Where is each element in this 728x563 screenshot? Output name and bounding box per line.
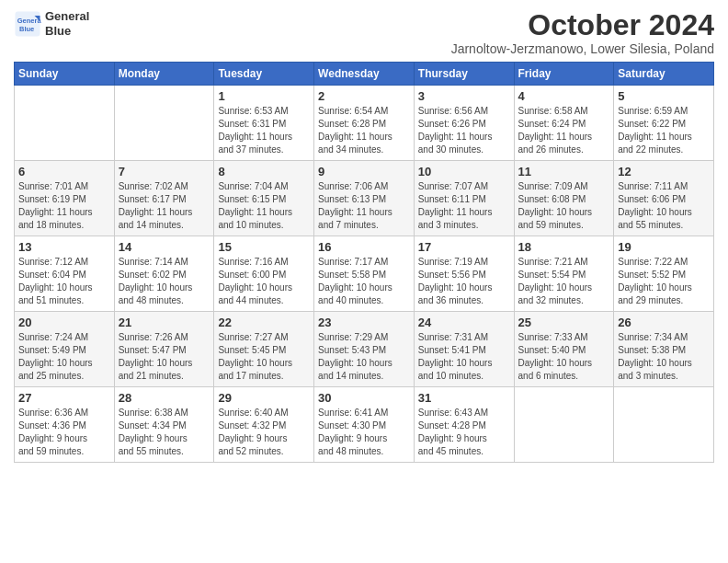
- day-info: Sunrise: 7:31 AM Sunset: 5:41 PM Dayligh…: [418, 331, 510, 383]
- calendar-cell: 24Sunrise: 7:31 AM Sunset: 5:41 PM Dayli…: [414, 312, 514, 387]
- calendar-cell: 7Sunrise: 7:02 AM Sunset: 6:17 PM Daylig…: [114, 161, 214, 236]
- calendar-cell: [114, 86, 214, 161]
- day-info: Sunrise: 6:53 AM Sunset: 6:31 PM Dayligh…: [218, 105, 310, 156]
- day-number: 31: [418, 391, 510, 405]
- day-info: Sunrise: 7:02 AM Sunset: 6:17 PM Dayligh…: [119, 180, 210, 232]
- day-number: 9: [318, 165, 410, 178]
- calendar-cell: 6Sunrise: 7:01 AM Sunset: 6:19 PM Daylig…: [15, 161, 115, 236]
- location: Jarnoltow-Jerzmanowo, Lower Silesia, Pol…: [451, 41, 714, 56]
- calendar-cell: 17Sunrise: 7:19 AM Sunset: 5:56 PM Dayli…: [414, 236, 514, 312]
- day-number: 22: [218, 316, 310, 329]
- calendar-cell: [614, 387, 714, 463]
- logo-text: General Blue: [45, 9, 89, 38]
- day-number: 30: [318, 391, 410, 405]
- day-number: 25: [518, 316, 610, 329]
- calendar-cell: 1Sunrise: 6:53 AM Sunset: 6:31 PM Daylig…: [214, 86, 314, 161]
- calendar-cell: 4Sunrise: 6:58 AM Sunset: 6:24 PM Daylig…: [514, 86, 614, 161]
- day-number: 24: [418, 316, 510, 329]
- logo: General Blue General Blue: [14, 9, 89, 38]
- calendar-cell: 2Sunrise: 6:54 AM Sunset: 6:28 PM Daylig…: [314, 86, 415, 161]
- day-info: Sunrise: 7:22 AM Sunset: 5:52 PM Dayligh…: [618, 256, 710, 307]
- calendar-cell: 28Sunrise: 6:38 AM Sunset: 4:34 PM Dayli…: [114, 387, 214, 463]
- day-info: Sunrise: 6:40 AM Sunset: 4:32 PM Dayligh…: [218, 407, 310, 458]
- calendar-week-row: 13Sunrise: 7:12 AM Sunset: 6:04 PM Dayli…: [15, 236, 714, 312]
- calendar-table: SundayMondayTuesdayWednesdayThursdayFrid…: [14, 62, 714, 463]
- calendar-cell: 13Sunrise: 7:12 AM Sunset: 6:04 PM Dayli…: [15, 236, 115, 312]
- calendar-cell: 9Sunrise: 7:06 AM Sunset: 6:13 PM Daylig…: [314, 161, 415, 236]
- title-block: October 2024 Jarnoltow-Jerzmanowo, Lower…: [451, 9, 714, 56]
- day-number: 2: [318, 89, 410, 103]
- day-number: 14: [119, 240, 210, 254]
- day-number: 11: [518, 165, 610, 178]
- day-number: 8: [218, 165, 310, 178]
- day-number: 21: [119, 316, 210, 329]
- day-number: 3: [418, 89, 510, 103]
- day-number: 19: [618, 240, 710, 254]
- day-number: 6: [18, 165, 110, 178]
- weekday-header-tuesday: Tuesday: [214, 63, 314, 86]
- calendar-cell: 8Sunrise: 7:04 AM Sunset: 6:15 PM Daylig…: [214, 161, 314, 236]
- day-info: Sunrise: 7:34 AM Sunset: 5:38 PM Dayligh…: [618, 331, 710, 383]
- calendar-cell: [15, 86, 115, 161]
- day-info: Sunrise: 7:06 AM Sunset: 6:13 PM Dayligh…: [318, 180, 410, 232]
- day-info: Sunrise: 6:41 AM Sunset: 4:30 PM Dayligh…: [318, 407, 410, 458]
- weekday-header-friday: Friday: [514, 63, 614, 86]
- calendar-cell: 18Sunrise: 7:21 AM Sunset: 5:54 PM Dayli…: [514, 236, 614, 312]
- day-info: Sunrise: 6:58 AM Sunset: 6:24 PM Dayligh…: [518, 105, 610, 156]
- day-info: Sunrise: 7:17 AM Sunset: 5:58 PM Dayligh…: [318, 256, 410, 307]
- day-info: Sunrise: 6:36 AM Sunset: 4:36 PM Dayligh…: [18, 407, 110, 458]
- day-number: 20: [18, 316, 110, 329]
- day-info: Sunrise: 7:09 AM Sunset: 6:08 PM Dayligh…: [518, 180, 610, 232]
- day-number: 5: [618, 89, 710, 103]
- calendar-cell: 11Sunrise: 7:09 AM Sunset: 6:08 PM Dayli…: [514, 161, 614, 236]
- calendar-week-row: 20Sunrise: 7:24 AM Sunset: 5:49 PM Dayli…: [15, 312, 714, 387]
- day-info: Sunrise: 7:24 AM Sunset: 5:49 PM Dayligh…: [18, 331, 110, 383]
- day-info: Sunrise: 7:21 AM Sunset: 5:54 PM Dayligh…: [518, 256, 610, 307]
- weekday-header-saturday: Saturday: [614, 63, 714, 86]
- day-info: Sunrise: 7:01 AM Sunset: 6:19 PM Dayligh…: [18, 180, 110, 232]
- day-info: Sunrise: 7:11 AM Sunset: 6:06 PM Dayligh…: [618, 180, 710, 232]
- day-number: 29: [218, 391, 310, 405]
- weekday-header-wednesday: Wednesday: [314, 63, 415, 86]
- day-number: 4: [518, 89, 610, 103]
- day-number: 12: [618, 165, 710, 178]
- calendar-cell: 23Sunrise: 7:29 AM Sunset: 5:43 PM Dayli…: [314, 312, 415, 387]
- calendar-cell: 31Sunrise: 6:43 AM Sunset: 4:28 PM Dayli…: [414, 387, 514, 463]
- calendar-cell: 16Sunrise: 7:17 AM Sunset: 5:58 PM Dayli…: [314, 236, 415, 312]
- day-number: 23: [318, 316, 410, 329]
- day-number: 15: [218, 240, 310, 254]
- day-number: 18: [518, 240, 610, 254]
- day-info: Sunrise: 6:43 AM Sunset: 4:28 PM Dayligh…: [418, 407, 510, 458]
- calendar-header-row: SundayMondayTuesdayWednesdayThursdayFrid…: [15, 63, 714, 86]
- calendar-week-row: 6Sunrise: 7:01 AM Sunset: 6:19 PM Daylig…: [15, 161, 714, 236]
- calendar-cell: 30Sunrise: 6:41 AM Sunset: 4:30 PM Dayli…: [314, 387, 415, 463]
- calendar-cell: [514, 387, 614, 463]
- calendar-cell: 14Sunrise: 7:14 AM Sunset: 6:02 PM Dayli…: [114, 236, 214, 312]
- svg-text:Blue: Blue: [19, 24, 34, 32]
- day-number: 13: [18, 240, 110, 254]
- day-number: 16: [318, 240, 410, 254]
- calendar-body: 1Sunrise: 6:53 AM Sunset: 6:31 PM Daylig…: [15, 86, 714, 463]
- day-info: Sunrise: 7:29 AM Sunset: 5:43 PM Dayligh…: [318, 331, 410, 383]
- logo-icon: General Blue: [14, 10, 41, 38]
- weekday-header-sunday: Sunday: [15, 63, 115, 86]
- day-number: 7: [119, 165, 210, 178]
- day-info: Sunrise: 7:27 AM Sunset: 5:45 PM Dayligh…: [218, 331, 310, 383]
- day-info: Sunrise: 7:16 AM Sunset: 6:00 PM Dayligh…: [218, 256, 310, 307]
- day-info: Sunrise: 6:38 AM Sunset: 4:34 PM Dayligh…: [119, 407, 210, 458]
- day-number: 10: [418, 165, 510, 178]
- weekday-header-monday: Monday: [114, 63, 214, 86]
- calendar-cell: 12Sunrise: 7:11 AM Sunset: 6:06 PM Dayli…: [614, 161, 714, 236]
- day-info: Sunrise: 6:59 AM Sunset: 6:22 PM Dayligh…: [618, 105, 710, 156]
- day-info: Sunrise: 7:14 AM Sunset: 6:02 PM Dayligh…: [119, 256, 210, 307]
- day-info: Sunrise: 7:12 AM Sunset: 6:04 PM Dayligh…: [18, 256, 110, 307]
- day-info: Sunrise: 7:33 AM Sunset: 5:40 PM Dayligh…: [518, 331, 610, 383]
- day-info: Sunrise: 6:54 AM Sunset: 6:28 PM Dayligh…: [318, 105, 410, 156]
- day-number: 27: [18, 391, 110, 405]
- calendar-cell: 22Sunrise: 7:27 AM Sunset: 5:45 PM Dayli…: [214, 312, 314, 387]
- calendar-cell: 20Sunrise: 7:24 AM Sunset: 5:49 PM Dayli…: [15, 312, 115, 387]
- calendar-cell: 25Sunrise: 7:33 AM Sunset: 5:40 PM Dayli…: [514, 312, 614, 387]
- calendar-cell: 3Sunrise: 6:56 AM Sunset: 6:26 PM Daylig…: [414, 86, 514, 161]
- weekday-header-thursday: Thursday: [414, 63, 514, 86]
- day-info: Sunrise: 7:04 AM Sunset: 6:15 PM Dayligh…: [218, 180, 310, 232]
